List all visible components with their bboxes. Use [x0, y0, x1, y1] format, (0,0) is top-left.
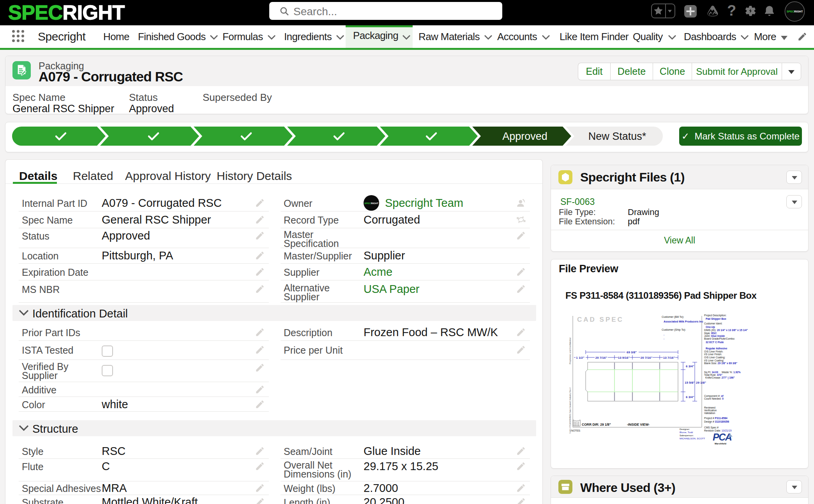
svg-text:SPECRIGHT: SPECRIGHT [787, 10, 803, 13]
svg-text:Verification: Verification [704, 409, 717, 412]
svg-text:I/S Liner Finish:: I/S Liner Finish: [704, 353, 722, 356]
svg-text:CORR DIR: 29 1/8": CORR DIR: 29 1/8" [582, 423, 611, 426]
svg-text:Total Rule: 473": Total Rule: 473" [704, 374, 722, 376]
svg-text:.: . [664, 337, 664, 340]
svg-text:20 7/16": 20 7/16" [595, 356, 607, 359]
svg-text:CAD SPEC: CAD SPEC [577, 316, 624, 323]
svg-text:6 3/4": 6 3/4" [686, 395, 694, 399]
svg-text:.: . [664, 333, 664, 336]
svg-text:SPECRIGHT: SPECRIGHT [364, 202, 378, 204]
svg-text:Pad Shipper Box: Pad Shipper Box [706, 317, 726, 321]
svg-text:13 9/16": 13 9/16" [618, 356, 630, 359]
svg-text:20 7/16": 20 7/16" [641, 356, 653, 359]
svg-text:Project # P311-8584: Project # P311-8584 [704, 417, 727, 420]
svg-text:Design # 3110189356: Design # 3110189356 [704, 420, 729, 423]
svg-text:Count Needed: 0: Count Needed: 0 [704, 397, 724, 400]
svg-text:Marshfield: Marshfield [715, 442, 726, 445]
svg-text:Joint: Glue Inside: Joint: Glue Inside [704, 335, 725, 337]
svg-text:Reviewed: Reviewed [704, 406, 715, 409]
svg-text:Blume, Todd: Blume, Todd [680, 431, 693, 434]
svg-text:O/S Liner Coating:: O/S Liner Coating: [704, 356, 725, 359]
svg-text:Customer (Ship To):: Customer (Ship To): [662, 328, 686, 331]
svg-text:MICHAELSON, SCOTT: MICHAELSON, SCOTT [680, 437, 705, 440]
svg-text:32 ECT C Flute: 32 ECT C Flute [706, 341, 724, 344]
svg-text:Form # PCA/S/B/45/01 Date Crea: Form # PCA/S/B/45/01 Date Created | Indu… [569, 388, 571, 434]
svg-text:PCA: PCA [713, 432, 732, 442]
svg-text:69 3/8": 69 3/8" [627, 351, 637, 354]
svg-text:Approved: Approved [502, 130, 547, 142]
svg-text:Customer Ident:: Customer Ident: [704, 322, 722, 325]
svg-text:O/S Liner Finish:: O/S Liner Finish: [704, 350, 723, 353]
svg-text:Customer (Bill To):: Customer (Bill To): [662, 315, 684, 319]
svg-text:Validation: Validation [704, 412, 715, 414]
svg-text:13 7/16": 13 7/16" [663, 356, 675, 359]
svg-text:15 5/8": 15 5/8" [685, 381, 695, 384]
svg-text:Board Grade/Flute/Combo:: Board Grade/Flute/Combo: [704, 337, 735, 340]
svg-text:Proprietary and Confidential: Proprietary and Confidential [569, 338, 571, 364]
svg-text:29 1/8": 29 1/8" [696, 381, 706, 384]
svg-text:Associated Milk Producers Inc: Associated Milk Producers Inc [664, 320, 703, 323]
svg-text:Project Description:: Project Description: [704, 314, 726, 317]
svg-text:-INSIDE VIEW-: -INSIDE VIEW- [627, 423, 650, 426]
svg-text:NOTES:: NOTES: [571, 429, 581, 432]
svg-text:Salesperson:: Salesperson: [680, 434, 694, 437]
svg-text:Blank Size: 29 1/8" x 69 3/8: Blank Size: 29 1/8" x 69 3/8" [704, 362, 737, 365]
svg-text:6 3/4": 6 3/4" [686, 365, 694, 368]
svg-text:Knife/Crease: 277" | 196": Knife/Crease: 277" | 196" [705, 376, 735, 379]
svg-text:CMS Spec #: CMS Spec # [704, 426, 719, 429]
svg-text:Regular Adhesive: Regular Adhesive [706, 347, 727, 350]
svg-text:1 1/2": 1 1/2" [576, 356, 584, 359]
svg-text:Designer:: Designer: [680, 428, 690, 430]
svg-text:One-Up: One-Up [706, 326, 715, 329]
svg-text:DIMS (ID): 20 1/4" x 13 3/8" x: DIMS (ID): 20 1/4" x 13 3/8" x 15 1/4" [704, 329, 748, 332]
svg-text:New Status*: New Status* [588, 130, 646, 142]
